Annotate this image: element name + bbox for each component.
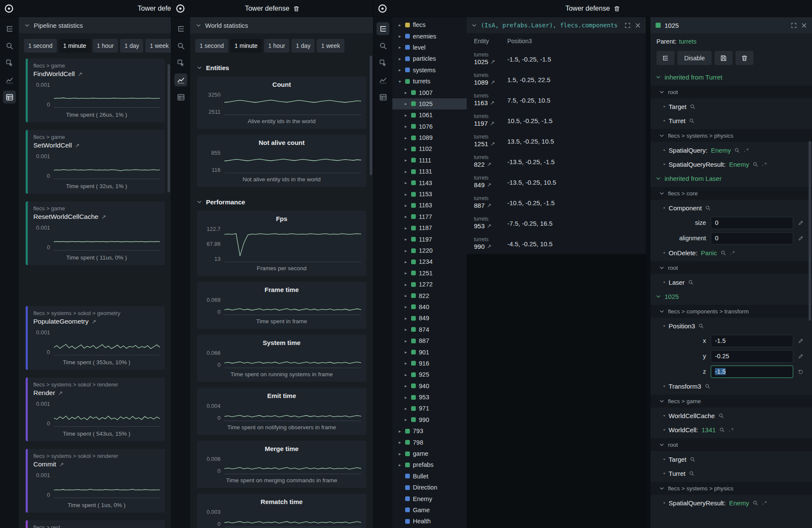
open-entity-link-icon[interactable]: ↗ bbox=[58, 390, 63, 396]
tree-item-Health[interactable]: Health bbox=[392, 516, 467, 527]
edit-icon[interactable] bbox=[798, 354, 803, 359]
close-icon[interactable] bbox=[635, 22, 641, 29]
tree-item-971[interactable]: ▸971 bbox=[392, 403, 467, 414]
search-icon[interactable] bbox=[753, 162, 758, 167]
chevron-right-icon[interactable]: ▸ bbox=[403, 124, 408, 129]
chevron-right-icon[interactable]: ▸ bbox=[403, 293, 408, 298]
time-range-button[interactable]: 1 hour bbox=[264, 39, 290, 53]
tree-item-flecs[interactable]: ▸flecs bbox=[392, 19, 467, 30]
expand-icon[interactable] bbox=[791, 22, 797, 29]
component-group-header[interactable]: root bbox=[650, 86, 812, 98]
chevron-right-icon[interactable]: ▸ bbox=[403, 158, 408, 162]
open-entity-link-icon[interactable]: ↗ bbox=[59, 461, 64, 468]
chevron-right-icon[interactable]: ▸ bbox=[397, 440, 402, 445]
open-entity-link-icon[interactable]: ↗ bbox=[490, 120, 494, 127]
tree-item-Bullet[interactable]: Bullet bbox=[392, 471, 467, 482]
tree-item-systems[interactable]: ▸systems bbox=[392, 65, 467, 76]
tool-hierarchy-icon[interactable] bbox=[174, 22, 187, 35]
revert-icon[interactable] bbox=[798, 369, 803, 375]
chevron-right-icon[interactable]: ▸ bbox=[403, 203, 408, 208]
tree-item-840[interactable]: ▸840 bbox=[392, 301, 467, 313]
scrollbar-thumb[interactable] bbox=[809, 141, 811, 321]
delete-button[interactable] bbox=[736, 51, 753, 65]
search-icon[interactable] bbox=[734, 147, 740, 153]
query-result-row[interactable]: turrets953↗-7.5, -0.25, 16.5 bbox=[467, 213, 646, 233]
parent-link[interactable]: turrets bbox=[679, 38, 697, 45]
search-icon[interactable] bbox=[721, 250, 726, 256]
tool-hierarchy-icon[interactable] bbox=[377, 22, 389, 35]
query-result-row[interactable]: turrets849↗-13.5, -0.25, 10.5 bbox=[467, 172, 646, 192]
chevron-right-icon[interactable]: ▸ bbox=[403, 339, 408, 343]
open-entity-link-icon[interactable]: ↗ bbox=[487, 243, 491, 250]
edit-icon[interactable] bbox=[798, 236, 803, 241]
chevron-right-icon[interactable]: ▸ bbox=[403, 180, 408, 185]
tree-item-1234[interactable]: ▸1234 bbox=[392, 256, 467, 267]
expand-icon[interactable] bbox=[624, 22, 631, 29]
component-target-link[interactable]: Panic bbox=[701, 249, 717, 257]
query-result-row[interactable]: turrets1025↗-1.5, -0.25, -1.5 bbox=[467, 49, 646, 69]
open-entity-link-icon[interactable]: ↗ bbox=[490, 59, 495, 65]
tree-item-1102[interactable]: ▸1102 bbox=[392, 143, 467, 154]
search-icon[interactable] bbox=[753, 500, 758, 506]
tree-item-particles[interactable]: ▸particles bbox=[392, 53, 467, 64]
scrollbar-thumb[interactable] bbox=[168, 64, 170, 192]
time-range-button[interactable]: 1 minute bbox=[59, 39, 91, 53]
time-range-button[interactable]: 1 second bbox=[195, 39, 228, 53]
tree-item-1076[interactable]: ▸1076 bbox=[392, 121, 467, 132]
inspector-section-header[interactable]: inherited from Laser bbox=[650, 171, 812, 186]
query-result-row[interactable]: turrets1089↗1.5, -0.25, 22.5 bbox=[467, 69, 646, 90]
tree-item-enemies[interactable]: ▸enemies bbox=[392, 30, 467, 41]
tool-chart-icon[interactable] bbox=[3, 74, 16, 86]
browse-button[interactable] bbox=[656, 51, 674, 65]
time-range-button[interactable]: 1 day bbox=[291, 39, 315, 53]
open-entity-link-icon[interactable]: ↗ bbox=[490, 100, 494, 106]
chevron-right-icon[interactable]: ▸ bbox=[403, 101, 408, 106]
time-range-button[interactable]: 1 day bbox=[120, 39, 143, 53]
edit-icon[interactable] bbox=[798, 220, 803, 226]
tool-hierarchy-icon[interactable] bbox=[3, 22, 16, 35]
tree-item-1007[interactable]: ▸1007 bbox=[392, 87, 467, 98]
tree-item-1220[interactable]: ▸1220 bbox=[392, 245, 467, 256]
search-icon[interactable] bbox=[689, 118, 694, 124]
search-icon[interactable] bbox=[698, 323, 704, 329]
open-entity-link-icon[interactable]: ↗ bbox=[101, 214, 106, 220]
component-group-header[interactable]: flecs > core bbox=[650, 187, 812, 200]
time-range-button[interactable]: 1 hour bbox=[93, 39, 118, 53]
chevron-right-icon[interactable]: ▸ bbox=[397, 68, 402, 72]
query-result-row[interactable]: turrets822↗-13.5, -0.25, -1.5 bbox=[467, 151, 646, 172]
tree-item-990[interactable]: ▸990 bbox=[392, 414, 467, 425]
open-entity-link-icon[interactable]: ↗ bbox=[487, 223, 491, 230]
time-range-button[interactable]: 1 week bbox=[317, 39, 344, 53]
chevron-right-icon[interactable]: ▸ bbox=[403, 169, 408, 174]
chevron-right-icon[interactable]: ▸ bbox=[403, 406, 408, 411]
tool-select-icon[interactable] bbox=[3, 56, 16, 69]
chevron-right-icon[interactable]: ▸ bbox=[403, 113, 408, 118]
chevron-right-icon[interactable]: ▸ bbox=[403, 192, 408, 197]
chevron-right-icon[interactable]: ▸ bbox=[397, 23, 402, 27]
chevron-right-icon[interactable]: ▸ bbox=[397, 429, 402, 434]
section-header[interactable]: Entities bbox=[190, 59, 373, 77]
save-button[interactable] bbox=[715, 51, 733, 65]
chevron-right-icon[interactable]: ▸ bbox=[403, 350, 408, 354]
tree-item-953[interactable]: ▸953 bbox=[392, 392, 467, 403]
chevron-right-icon[interactable]: ▸ bbox=[403, 304, 408, 309]
chevron-right-icon[interactable]: ▸ bbox=[397, 34, 402, 38]
tree-item-level[interactable]: ▸level bbox=[392, 42, 467, 53]
tree-item-940[interactable]: ▸940 bbox=[392, 381, 467, 392]
tree-item-1251[interactable]: ▸1251 bbox=[392, 268, 467, 279]
tool-stats-icon[interactable] bbox=[377, 91, 389, 103]
scrollbar-thumb[interactable] bbox=[370, 56, 372, 175]
tool-search-icon[interactable] bbox=[3, 39, 16, 52]
tree-item-1111[interactable]: ▸1111 bbox=[392, 155, 467, 166]
query-result-row[interactable]: turrets1251↗13.5, -0.25, 10.5 bbox=[467, 131, 646, 151]
open-entity-link-icon[interactable]: ↗ bbox=[75, 142, 79, 149]
tool-select-icon[interactable] bbox=[174, 56, 187, 69]
component-target-link[interactable]: Enemy bbox=[711, 147, 731, 154]
flecs-logo-icon[interactable] bbox=[4, 3, 14, 14]
chevron-right-icon[interactable]: ▸ bbox=[403, 361, 408, 366]
search-icon[interactable] bbox=[689, 471, 694, 476]
chevron-right-icon[interactable]: ▸ bbox=[403, 237, 408, 242]
trash-icon[interactable] bbox=[293, 6, 300, 12]
tool-search-icon[interactable] bbox=[174, 39, 187, 52]
query-result-row[interactable]: turrets1197↗10.5, -0.25, -1.5 bbox=[467, 110, 646, 131]
